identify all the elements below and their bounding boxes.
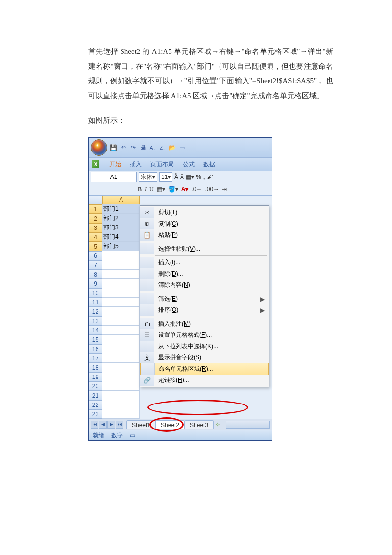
context-menu-item[interactable]: 删除(D)...: [140, 268, 269, 279]
row-header[interactable]: 9: [89, 279, 102, 288]
context-menu-item[interactable]: 插入(I)...: [140, 257, 269, 268]
row-header[interactable]: 8: [89, 270, 102, 279]
fill-color-icon[interactable]: 🪣▾: [168, 186, 178, 193]
sheet-nav-prev-icon[interactable]: ◀: [99, 421, 107, 429]
sheet-nav-first-icon[interactable]: ⏮: [91, 421, 98, 429]
context-menu-item[interactable]: 📋粘贴(P): [140, 229, 269, 241]
cell[interactable]: [102, 307, 140, 316]
context-menu-item[interactable]: 🗀插入批注(M): [140, 318, 269, 329]
cell[interactable]: [102, 353, 140, 363]
row-header[interactable]: 11: [89, 298, 102, 307]
sort-desc-icon[interactable]: Z↓: [159, 144, 166, 151]
font-select[interactable]: 宋体 ▾: [139, 172, 157, 182]
worksheet-grid[interactable]: 1234567891011121314151617181920212223 A …: [89, 196, 272, 419]
cell[interactable]: [102, 298, 140, 307]
tab-formulas[interactable]: 公式: [183, 160, 195, 169]
percent-icon[interactable]: %: [196, 174, 201, 180]
row-header[interactable]: 7: [89, 260, 102, 270]
grow-font-icon[interactable]: A̎: [174, 174, 178, 180]
cell[interactable]: 部门5: [102, 242, 140, 251]
row-header[interactable]: 10: [89, 288, 102, 298]
row-header[interactable]: 17: [89, 353, 102, 363]
context-menu-item[interactable]: ⧉复制(C): [140, 218, 269, 229]
cell[interactable]: [102, 372, 140, 381]
row-header[interactable]: 6: [89, 251, 102, 260]
save-icon[interactable]: 💾: [110, 144, 117, 151]
cell[interactable]: [102, 400, 140, 409]
row-header[interactable]: 21: [89, 391, 102, 400]
row-header[interactable]: 13: [89, 316, 102, 326]
sort-asc-icon[interactable]: A↓: [149, 144, 156, 151]
row-header[interactable]: 4: [89, 232, 102, 242]
sheet-nav-last-icon[interactable]: ⏭: [116, 421, 123, 429]
cell[interactable]: [102, 260, 140, 270]
tab-home[interactable]: 开始: [109, 160, 121, 169]
context-menu-item[interactable]: ☷设置单元格格式(F)...: [140, 329, 269, 341]
row-header[interactable]: 19: [89, 372, 102, 381]
cell[interactable]: 部门4: [102, 232, 140, 242]
row-header[interactable]: 22: [89, 400, 102, 409]
tab-insert[interactable]: 插入: [130, 160, 142, 169]
font-color-icon[interactable]: A▾: [181, 186, 189, 193]
decimal-dec-icon[interactable]: .00→: [205, 186, 219, 193]
tab-data[interactable]: 数据: [203, 160, 215, 169]
row-header[interactable]: 16: [89, 344, 102, 353]
decimal-inc-icon[interactable]: .0→: [191, 186, 202, 193]
cell[interactable]: [102, 279, 140, 288]
row-header[interactable]: 3: [89, 223, 102, 232]
sheet-tab-3[interactable]: Sheet3: [184, 420, 214, 429]
row-header[interactable]: 2: [89, 214, 102, 223]
row-header[interactable]: 18: [89, 363, 102, 372]
sheet-tab-2[interactable]: Sheet2: [155, 420, 185, 429]
cell[interactable]: [102, 326, 140, 335]
italic-icon[interactable]: I: [145, 186, 147, 193]
underline-icon[interactable]: U: [149, 186, 154, 193]
cell[interactable]: 部门1: [102, 204, 140, 214]
sheet-nav[interactable]: ⏮ ◀ ▶ ⏭: [91, 421, 123, 429]
cell[interactable]: [102, 316, 140, 326]
new-icon[interactable]: ▭: [178, 144, 186, 151]
col-header-a[interactable]: A: [102, 196, 140, 204]
row-header[interactable]: 15: [89, 335, 102, 344]
select-all-corner[interactable]: [89, 196, 102, 204]
open-icon[interactable]: 📂: [169, 144, 176, 151]
row-header[interactable]: 1: [89, 204, 102, 214]
cell[interactable]: [102, 363, 140, 372]
cell[interactable]: [102, 381, 140, 391]
paint-icon[interactable]: 🖌: [207, 174, 213, 180]
new-sheet-icon[interactable]: ✧: [215, 421, 220, 428]
context-menu-item[interactable]: 命名单元格区域(R)...: [140, 363, 269, 375]
tab-layout[interactable]: 页面布局: [150, 160, 174, 169]
shrink-font-icon[interactable]: A̎: [180, 175, 184, 180]
cell[interactable]: 部门2: [102, 214, 140, 223]
context-menu-item[interactable]: 清除内容(N): [140, 279, 269, 291]
horizontal-scrollbar[interactable]: [226, 421, 270, 429]
context-menu-item[interactable]: 筛选(E)▶: [140, 293, 269, 304]
name-box[interactable]: A1: [91, 172, 137, 182]
sheet-tab-1[interactable]: Sheet1: [126, 420, 156, 429]
sheet-nav-next-icon[interactable]: ▶: [107, 421, 115, 429]
cell[interactable]: [102, 335, 140, 344]
border-icon[interactable]: ▦▾: [157, 186, 165, 193]
context-menu-item[interactable]: 从下拉列表中选择(K)...: [140, 341, 269, 352]
cell[interactable]: [102, 391, 140, 400]
row-header[interactable]: 12: [89, 307, 102, 316]
office-button[interactable]: [91, 139, 107, 156]
fontsize-select[interactable]: 11 ▾: [159, 172, 172, 182]
context-menu-item[interactable]: 排序(O)▶: [140, 304, 269, 316]
bold-icon[interactable]: B: [138, 186, 142, 193]
context-menu-item[interactable]: 🔗超链接(H)...: [140, 375, 269, 386]
context-menu-item[interactable]: ✂剪切(T): [140, 207, 269, 218]
cell[interactable]: [102, 409, 140, 419]
undo-icon[interactable]: ↶: [120, 144, 127, 151]
context-menu-item[interactable]: 选择性粘贴(V)...: [140, 243, 269, 254]
cell[interactable]: [102, 270, 140, 279]
row-header[interactable]: 20: [89, 381, 102, 391]
row-header[interactable]: 23: [89, 409, 102, 419]
cell[interactable]: 部门3: [102, 223, 140, 232]
cell[interactable]: [102, 251, 140, 260]
cell[interactable]: [102, 288, 140, 298]
cell[interactable]: [102, 344, 140, 353]
redo-icon[interactable]: ↷: [129, 144, 137, 151]
status-record-icon[interactable]: ▭: [130, 432, 135, 439]
